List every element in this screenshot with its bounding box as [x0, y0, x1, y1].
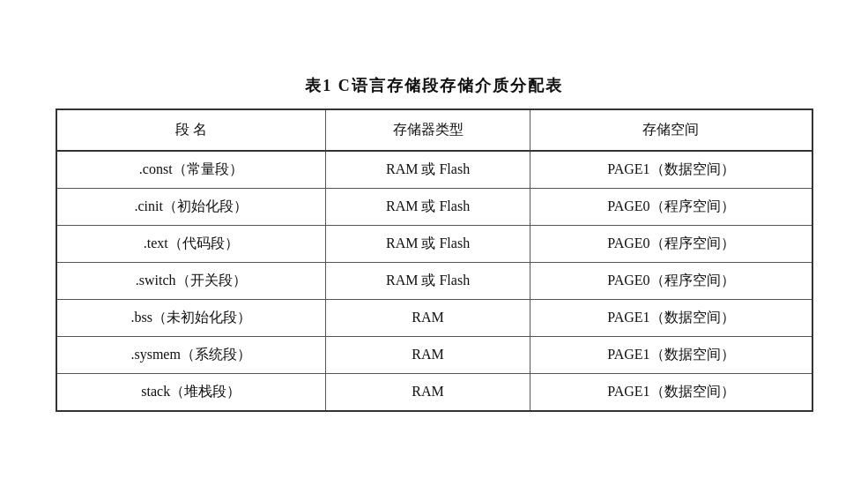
- table-row: .const（常量段）RAM 或 FlashPAGE1（数据空间）: [56, 151, 812, 189]
- cell-segment: .const（常量段）: [56, 151, 326, 189]
- table-row: .cinit（初始化段）RAM 或 FlashPAGE0（程序空间）: [56, 188, 812, 225]
- cell-memory-type: RAM 或 Flash: [325, 262, 530, 299]
- page-container: 表1 C语言存储段存储介质分配表 段 名 存储器类型 存储空间 .const（常…: [0, 0, 868, 486]
- cell-memory-space: PAGE1（数据空间）: [530, 336, 812, 373]
- cell-segment: .switch（开关段）: [56, 262, 326, 299]
- table-row: .switch（开关段）RAM 或 FlashPAGE0（程序空间）: [56, 262, 812, 299]
- cell-memory-space: PAGE0（程序空间）: [530, 262, 812, 299]
- table-title: 表1 C语言存储段存储介质分配表: [305, 75, 563, 96]
- table-header-row: 段 名 存储器类型 存储空间: [56, 109, 812, 151]
- table-row: .bss（未初始化段）RAMPAGE1（数据空间）: [56, 299, 812, 336]
- cell-memory-space: PAGE1（数据空间）: [530, 151, 812, 189]
- table-row: stack（堆栈段）RAMPAGE1（数据空间）: [56, 373, 812, 411]
- cell-memory-type: RAM 或 Flash: [325, 225, 530, 262]
- col-header-memory-type: 存储器类型: [325, 109, 530, 151]
- cell-memory-type: RAM 或 Flash: [325, 151, 530, 189]
- cell-memory-type: RAM: [325, 299, 530, 336]
- table-row: .text（代码段）RAM 或 FlashPAGE0（程序空间）: [56, 225, 812, 262]
- col-header-memory-space: 存储空间: [530, 109, 812, 151]
- cell-memory-type: RAM 或 Flash: [325, 188, 530, 225]
- cell-segment: .sysmem（系统段）: [56, 336, 326, 373]
- cell-memory-type: RAM: [325, 336, 530, 373]
- col-header-segment: 段 名: [56, 109, 326, 151]
- cell-memory-space: PAGE1（数据空间）: [530, 373, 812, 411]
- data-table: 段 名 存储器类型 存储空间 .const（常量段）RAM 或 FlashPAG…: [56, 108, 813, 412]
- cell-segment: .cinit（初始化段）: [56, 188, 326, 225]
- cell-memory-space: PAGE0（程序空间）: [530, 188, 812, 225]
- cell-memory-space: PAGE0（程序空间）: [530, 225, 812, 262]
- cell-memory-type: RAM: [325, 373, 530, 411]
- cell-memory-space: PAGE1（数据空间）: [530, 299, 812, 336]
- cell-segment: .bss（未初始化段）: [56, 299, 326, 336]
- cell-segment: stack（堆栈段）: [56, 373, 326, 411]
- table-row: .sysmem（系统段）RAMPAGE1（数据空间）: [56, 336, 812, 373]
- cell-segment: .text（代码段）: [56, 225, 326, 262]
